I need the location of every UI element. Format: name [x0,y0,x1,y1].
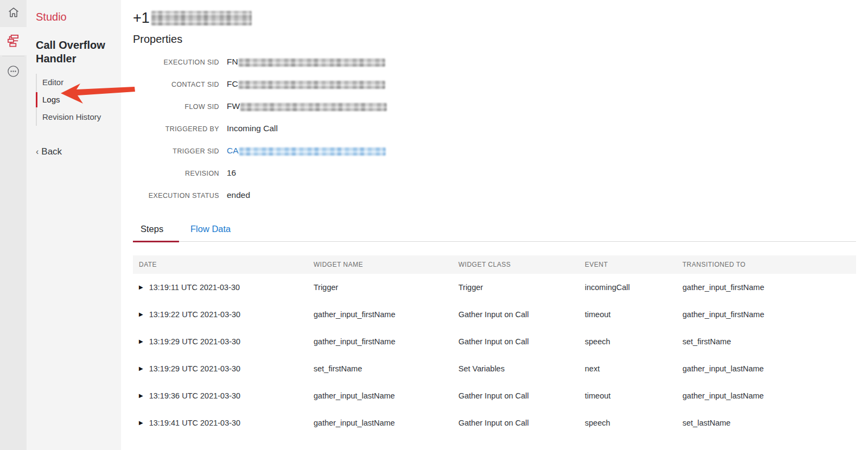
column-header-date: DATE [139,261,314,268]
transitioned-to: set_firstName [682,337,856,346]
table-row[interactable]: ▶ 13:19:22 UTC 2021-03-30 gather_input_f… [133,301,856,328]
sid-prefix: FC [227,79,238,89]
redacted-value [240,103,387,111]
property-row-execution-status: EXECUTION STATUS ended [133,190,856,200]
table-header: DATE WIDGET NAME WIDGET CLASS EVENT TRAN… [133,255,856,274]
back-label: Back [41,146,62,157]
redacted-value [239,59,385,67]
studio-logs-page: Studio Call Overflow Handler Editor Logs… [0,0,868,450]
expand-triangle-icon[interactable]: ▶ [139,285,143,290]
event: speech [585,419,682,427]
transitioned-to: set_lastName [682,419,856,427]
sidebar-item-revision-history[interactable]: Revision History [37,108,121,126]
redacted-value [239,147,386,156]
event: next [585,364,682,373]
column-header-widget-name: WIDGET NAME [314,261,458,268]
tab-flow-data[interactable]: Flow Data [190,224,231,241]
property-label: CONTACT SID [133,81,219,88]
property-value: FC [227,79,856,89]
transitioned-to: gather_input_firstName [682,283,856,292]
property-value: Incoming Call [227,124,856,133]
property-label: TRIGGERED BY [133,125,219,133]
table-row[interactable]: ▶ 13:19:36 UTC 2021-03-30 gather_input_l… [133,382,856,409]
widget-name: Trigger [314,283,458,292]
property-label: TRIGGER SID [133,147,219,155]
table-row[interactable]: ▶ 13:19:29 UTC 2021-03-30 set_firstName … [133,355,856,382]
table-row[interactable]: ▶ 13:19:11 UTC 2021-03-30 Trigger Trigge… [133,274,856,301]
back-link[interactable]: ‹ Back [36,146,121,157]
expand-triangle-icon[interactable]: ▶ [139,393,143,398]
widget-name: gather_input_lastName [314,419,458,427]
tab-steps[interactable]: Steps [133,224,179,241]
properties-heading: Properties [133,33,856,46]
step-date: 13:19:22 UTC 2021-03-30 [149,310,240,319]
sidebar: Studio Call Overflow Handler Editor Logs… [27,0,121,450]
step-date: 13:19:41 UTC 2021-03-30 [149,419,240,427]
widget-class: Trigger [458,283,585,292]
property-row-triggered-by: TRIGGERED BY Incoming Call [133,124,856,133]
property-label: EXECUTION SID [133,59,219,66]
sid-prefix: FW [227,101,240,111]
column-header-event: EVENT [585,261,682,268]
step-date: 13:19:11 UTC 2021-03-30 [149,283,240,292]
widget-class: Gather Input on Call [458,391,585,400]
sid-prefix: FN [227,57,238,67]
expand-triangle-icon[interactable]: ▶ [139,366,143,371]
table-row[interactable]: ▶ 13:19:41 UTC 2021-03-30 gather_input_l… [133,409,856,436]
home-nav-button[interactable] [0,0,27,27]
product-title-studio[interactable]: Studio [36,11,121,23]
property-row-trigger-sid: TRIGGER SID CA [133,146,856,156]
ellipsis-icon [7,65,20,80]
redacted-phone-number [151,11,252,25]
property-row-revision: REVISION 16 [133,168,856,178]
studio-flows-icon [7,34,20,49]
icon-rail [0,0,27,450]
phone-number-prefix: +1 [133,10,150,26]
rail-divider [2,56,24,56]
property-label: FLOW SID [133,103,219,111]
property-value: FN [227,57,856,67]
expand-triangle-icon[interactable]: ▶ [139,420,143,426]
event: incomingCall [585,283,682,292]
tabs: Steps Flow Data [133,224,856,242]
event: timeout [585,310,682,319]
chevron-left-icon: ‹ [36,147,39,157]
property-label: EXECUTION STATUS [133,192,219,200]
expand-triangle-icon[interactable]: ▶ [139,312,143,317]
properties-list: EXECUTION SID FN CONTACT SID FC FLOW SID… [133,57,856,200]
trigger-sid-link[interactable]: CA [227,146,386,156]
more-options-button[interactable] [0,59,27,86]
property-label: REVISION [133,170,219,177]
steps-table: DATE WIDGET NAME WIDGET CLASS EVENT TRAN… [133,255,856,436]
transitioned-to: gather_input_lastName [682,391,856,400]
widget-name: gather_input_firstName [314,310,458,319]
sidebar-item-logs[interactable]: Logs [37,91,121,108]
flow-name: Call Overflow Handler [36,38,112,66]
home-icon [7,6,20,21]
property-row-execution-sid: EXECUTION SID FN [133,57,856,67]
column-header-widget-class: WIDGET CLASS [458,261,585,268]
property-value: ended [227,190,856,200]
property-value: FW [227,101,856,111]
column-header-transitioned-to: TRANSITIONED TO [682,261,856,268]
widget-class: Set Variables [458,364,585,373]
widget-name: set_firstName [314,364,458,373]
step-date: 13:19:29 UTC 2021-03-30 [149,337,240,346]
event: timeout [585,391,682,400]
sid-prefix: CA [227,146,239,156]
property-value: CA [227,146,856,156]
studio-nav-button[interactable] [0,27,27,55]
transitioned-to: gather_input_firstName [682,310,856,319]
step-date: 13:19:36 UTC 2021-03-30 [149,391,240,400]
widget-class: Gather Input on Call [458,419,585,427]
table-row[interactable]: ▶ 13:19:29 UTC 2021-03-30 gather_input_f… [133,328,856,355]
widget-class: Gather Input on Call [458,310,585,319]
expand-triangle-icon[interactable]: ▶ [139,339,143,344]
redacted-value [239,81,385,89]
widget-name: gather_input_firstName [314,337,458,346]
step-date: 13:19:29 UTC 2021-03-30 [149,364,240,373]
sidebar-item-editor[interactable]: Editor [37,74,121,91]
widget-name: gather_input_lastName [314,391,458,400]
main-content: +1 Properties EXECUTION SID FN CONTACT S… [121,0,868,450]
property-row-contact-sid: CONTACT SID FC [133,79,856,89]
